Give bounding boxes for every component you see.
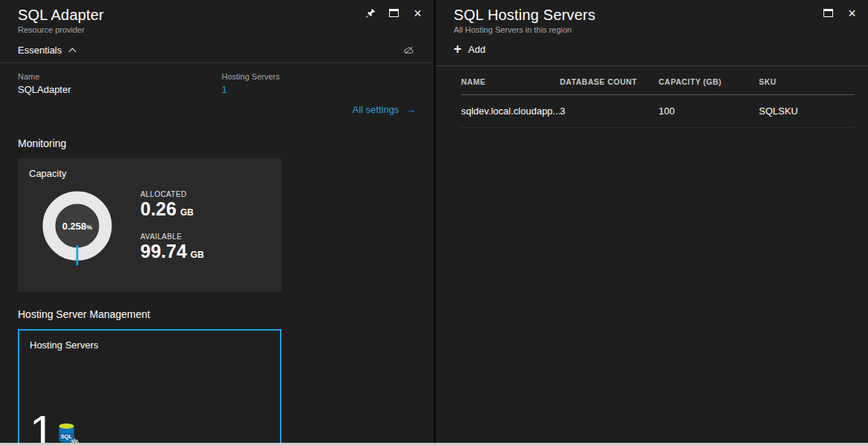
- hosting-count-row: 1 SQL: [30, 410, 79, 445]
- available-number: 99.74: [140, 241, 187, 262]
- page-subtitle: Resource provider: [18, 25, 416, 34]
- capacity-tile-title: Capacity: [29, 168, 270, 179]
- essentials-body: Name SQLAdapter Hosting Servers 1 All se…: [0, 63, 434, 121]
- maximize-icon[interactable]: [388, 7, 399, 19]
- allocated-stat: ALLOCATED 0.26GB: [140, 190, 204, 220]
- allocated-value: 0.26GB: [140, 199, 204, 220]
- capacity-donut-chart: 0.258%: [36, 185, 118, 267]
- capacity-tile-body: 0.258% ALLOCATED 0.26GB AVAILABLE 99.74G…: [29, 183, 270, 267]
- field-hosting-servers: Hosting Servers 1: [221, 72, 279, 95]
- capacity-stats: ALLOCATED 0.26GB AVAILABLE 99.74GB: [140, 190, 204, 267]
- cloud-icon[interactable]: [403, 45, 414, 56]
- close-icon[interactable]: ×: [846, 7, 858, 19]
- column-header-name[interactable]: NAME: [461, 77, 560, 86]
- close-icon[interactable]: ×: [412, 7, 423, 19]
- toolbar: + Add: [436, 37, 868, 66]
- all-settings-label: All settings: [353, 104, 399, 115]
- add-button[interactable]: + Add: [454, 43, 486, 55]
- essentials-label: Essentials: [18, 45, 62, 56]
- field-name-value: SQLAdapter: [18, 84, 218, 95]
- table-row[interactable]: sqldev.local.cloudapp.... 3 100 SQLSKU: [461, 95, 855, 128]
- essentials-toggle[interactable]: Essentials: [18, 45, 75, 56]
- allocated-unit: GB: [180, 207, 194, 218]
- hosting-servers-table: NAME DATABASE COUNT CAPACITY (GB) SKU sq…: [461, 66, 855, 128]
- all-settings-link[interactable]: All settings →: [353, 104, 417, 115]
- cell-sku: SQLSKU: [759, 105, 855, 117]
- cell-name: sqldev.local.cloudapp....: [461, 105, 560, 117]
- sql-adapter-header: SQL Adapter Resource provider ×: [0, 0, 434, 37]
- page-title: SQL Adapter: [18, 7, 416, 24]
- hosting-servers-header: SQL Hosting Servers All Hosting Servers …: [436, 0, 868, 37]
- azure-stack-portal: SQL Adapter Resource provider × Essentia…: [0, 0, 868, 445]
- hosting-servers-count: 1: [30, 410, 54, 445]
- field-hosting-value[interactable]: 1: [221, 84, 279, 95]
- available-stat: AVAILABLE 99.74GB: [140, 233, 204, 262]
- plus-icon: +: [454, 43, 462, 55]
- allocated-number: 0.26: [140, 198, 177, 219]
- column-header-sku[interactable]: SKU: [759, 77, 855, 86]
- blade-sql-adapter: SQL Adapter Resource provider × Essentia…: [0, 0, 434, 445]
- field-name-label: Name: [18, 72, 218, 81]
- blade-controls: ×: [823, 7, 858, 19]
- capacity-tile[interactable]: Capacity 0.258% ALLOCATED: [18, 158, 281, 292]
- hosting-tile-title: Hosting Servers: [30, 340, 270, 351]
- available-value: 99.74GB: [140, 241, 204, 262]
- monitoring-heading: Monitoring: [0, 137, 434, 149]
- table-header-row: NAME DATABASE COUNT CAPACITY (GB) SKU: [461, 66, 855, 95]
- pin-icon[interactable]: [365, 7, 376, 19]
- hosting-servers-title: SQL Hosting Servers: [454, 7, 850, 24]
- essentials-bar: Essentials: [0, 37, 434, 63]
- column-header-database-count[interactable]: DATABASE COUNT: [560, 77, 659, 86]
- field-hosting-label: Hosting Servers: [221, 72, 279, 81]
- percent-value: 0.258: [62, 221, 87, 232]
- allocated-label: ALLOCATED: [140, 190, 204, 198]
- sql-database-icon: SQL: [57, 422, 79, 445]
- hosting-servers-subtitle: All Hosting Servers in this region: [454, 25, 850, 34]
- field-name: Name SQLAdapter: [18, 72, 218, 95]
- capacity-percent-label: 0.258%: [36, 185, 118, 267]
- column-header-capacity[interactable]: CAPACITY (GB): [659, 77, 759, 86]
- chevron-up-icon: [69, 48, 76, 56]
- percent-sign: %: [86, 224, 92, 231]
- sql-icon-label: SQL: [61, 433, 73, 440]
- cell-database-count: 3: [560, 105, 659, 117]
- maximize-icon[interactable]: [823, 7, 834, 19]
- hosting-management-heading: Hosting Server Management: [0, 308, 434, 320]
- blade-sql-hosting-servers: SQL Hosting Servers All Hosting Servers …: [436, 0, 868, 445]
- hosting-servers-tile[interactable]: Hosting Servers 1 SQL: [18, 329, 281, 445]
- available-label: AVAILABLE: [140, 233, 204, 241]
- add-button-label: Add: [469, 44, 486, 55]
- blade-controls: ×: [365, 7, 423, 19]
- cell-capacity: 100: [659, 105, 759, 117]
- arrow-right-icon: →: [406, 104, 416, 115]
- available-unit: GB: [191, 250, 204, 260]
